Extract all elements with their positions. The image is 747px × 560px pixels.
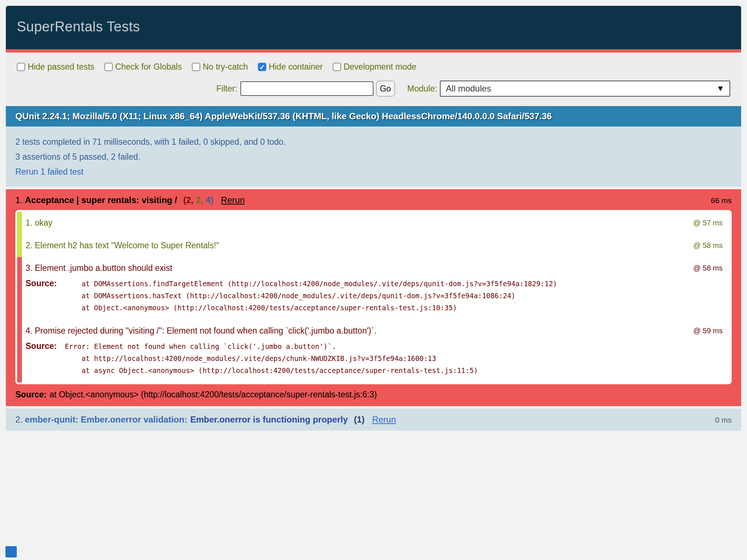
- assertion-time: @ 59 ms: [693, 326, 723, 335]
- rerun-failed-link[interactable]: Rerun 1 failed test: [15, 167, 84, 176]
- checkbox-check-for-globals[interactable]: Check for Globals: [104, 62, 182, 72]
- assertion-message: Element .jumbo a.button should exist: [35, 263, 172, 273]
- checkbox-hide-container[interactable]: Hide container: [258, 62, 323, 72]
- assertion-message: Promise rejected during "visiting /": El…: [35, 326, 376, 335]
- checkbox-label[interactable]: Development mode: [344, 62, 416, 72]
- assertion-passed: @ 57 ms 1.okay: [17, 212, 730, 234]
- useragent-bar: QUnit 2.24.1; Mozilla/5.0 (X11; Linux x8…: [6, 106, 741, 127]
- failed-count: (2,: [183, 195, 193, 205]
- rerun-link[interactable]: Rerun: [372, 415, 396, 424]
- assertion-number: 3.: [26, 263, 32, 273]
- test-source: Source:at Object.<anonymous> (http://loc…: [15, 390, 732, 401]
- assertion-counts: (2, 2, 4): [183, 195, 213, 205]
- test-row-passed: 0 ms 2.ember-qunit: Ember.onerror valida…: [6, 409, 741, 431]
- module-select-value: All modules: [446, 83, 716, 94]
- test-name[interactable]: Acceptance | super rentals: visiting /: [25, 195, 177, 205]
- source-label: Source:: [15, 390, 47, 399]
- assertion-source: Source: at DOMAssertions.findTargetEleme…: [26, 279, 723, 314]
- module-select[interactable]: All modules ▼: [440, 81, 730, 97]
- assertion-source: Source: Error: Element not found when ca…: [26, 341, 723, 377]
- assertion-time: @ 58 ms: [693, 263, 723, 272]
- test-runtime: 66 ms: [711, 195, 732, 205]
- total-count: 4): [206, 195, 213, 205]
- checkbox-label[interactable]: Check for Globals: [115, 62, 182, 72]
- fail-banner: [6, 49, 741, 52]
- summary-assertions: 3 assertions of 5 passed, 2 failed.: [15, 149, 732, 164]
- assertion-passed: @ 58 ms 2.Element h2 has text "Welcome t…: [17, 234, 730, 257]
- test-toolbar: Hide passed tests Check for Globals No t…: [6, 52, 741, 106]
- checkbox-development-mode[interactable]: Development mode: [333, 62, 416, 72]
- test-header: 0 ms 2.ember-qunit: Ember.onerror valida…: [15, 415, 732, 425]
- assertion-list: @ 57 ms 1.okay @ 58 ms 2.Element h2 has …: [15, 210, 732, 384]
- checkbox-label[interactable]: Hide container: [269, 62, 323, 72]
- page-title: SuperRentals Tests: [17, 19, 730, 35]
- source-label: Source:: [26, 341, 57, 351]
- development-mode-checkbox[interactable]: [333, 63, 341, 71]
- stack-trace: at DOMAssertions.findTargetElement (http…: [65, 278, 557, 314]
- stack-trace: Error: Element not found when calling `c…: [65, 341, 478, 377]
- no-try-catch-checkbox[interactable]: [192, 63, 200, 71]
- check-for-globals-checkbox[interactable]: [104, 63, 113, 71]
- assertion-number: 2.: [26, 241, 32, 250]
- test-list: 66 ms 1.Acceptance | super rentals: visi…: [6, 189, 741, 431]
- test-row-failed: 66 ms 1.Acceptance | super rentals: visi…: [6, 189, 741, 406]
- hide-passed-tests-checkbox[interactable]: [17, 63, 25, 71]
- test-result-summary: 2 tests completed in 71 milliseconds, wi…: [6, 127, 741, 187]
- total-count: (1): [354, 415, 364, 424]
- checkbox-no-try-catch[interactable]: No try-catch: [192, 62, 248, 72]
- filter-label: Filter:: [216, 84, 237, 94]
- test-number: 2.: [15, 415, 23, 424]
- filter-input[interactable]: [240, 81, 374, 96]
- source-label: Source:: [26, 279, 57, 288]
- passed-count: 2,: [196, 195, 203, 205]
- assertion-failed: @ 59 ms 4.Promise rejected during "visit…: [17, 320, 730, 382]
- assertion-message: okay: [35, 218, 53, 228]
- assertion-message: Element h2 has text "Welcome to Super Re…: [35, 241, 219, 250]
- checkbox-label[interactable]: Hide passed tests: [28, 62, 94, 72]
- checkbox-row: Hide passed tests Check for Globals No t…: [17, 62, 730, 72]
- hide-container-checkbox[interactable]: [258, 63, 266, 71]
- assertion-counts: (1): [354, 415, 364, 424]
- checkbox-label[interactable]: No try-catch: [203, 62, 248, 72]
- test-name[interactable]: Ember.onerror is functioning properly: [190, 415, 348, 424]
- rerun-link[interactable]: Rerun: [221, 195, 245, 205]
- filter-row: Filter: Go Module: All modules ▼: [17, 81, 730, 97]
- module-label: Module:: [407, 84, 437, 94]
- ember-testing-container-indicator: [5, 546, 17, 557]
- checkbox-hide-passed-tests[interactable]: Hide passed tests: [17, 62, 94, 72]
- qunit-container: SuperRentals Tests Hide passed tests Che…: [6, 6, 741, 431]
- assertion-time: @ 58 ms: [693, 241, 723, 250]
- page-header: SuperRentals Tests: [6, 6, 741, 49]
- source-location: at Object.<anonymous> (http://localhost:…: [50, 390, 377, 399]
- chevron-down-icon: ▼: [716, 84, 724, 93]
- assertion-number: 1.: [26, 218, 32, 228]
- test-runtime: 0 ms: [715, 415, 732, 424]
- test-header: 66 ms 1.Acceptance | super rentals: visi…: [15, 195, 732, 205]
- assertion-failed: @ 58 ms 3.Element .jumbo a.button should…: [17, 257, 730, 320]
- assertion-time: @ 57 ms: [693, 218, 723, 227]
- assertion-number: 4.: [26, 326, 32, 335]
- summary-completed: 2 tests completed in 71 milliseconds, wi…: [15, 135, 732, 149]
- go-button[interactable]: Go: [376, 81, 395, 97]
- test-number: 1.: [15, 195, 23, 205]
- module-name: ember-qunit: Ember.onerror validation:: [25, 415, 187, 424]
